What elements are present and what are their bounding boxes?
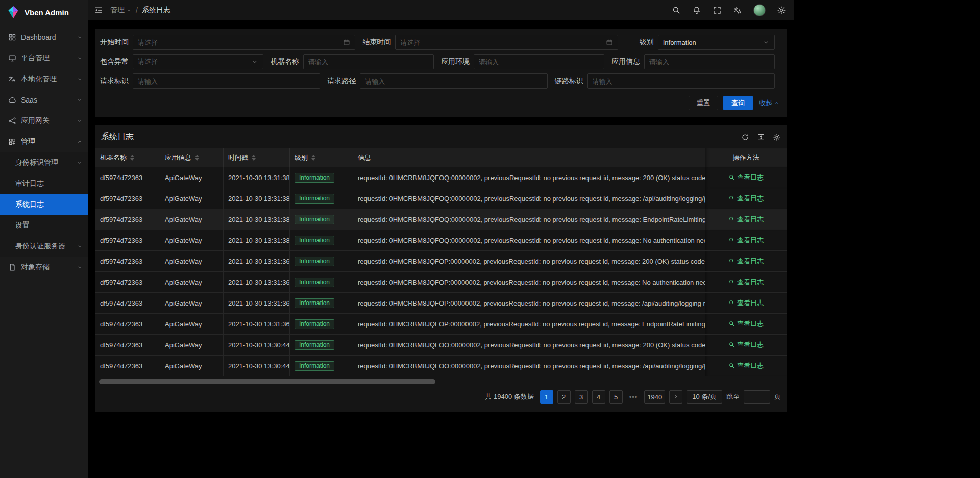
collapse-link[interactable]: 收起 [759, 98, 780, 108]
search-icon[interactable] [672, 6, 681, 15]
sidebar-item-object-storage[interactable]: 对象存储 [0, 257, 88, 278]
end-time-input[interactable] [395, 35, 618, 50]
column-header-timestamp[interactable]: 时间戳 [224, 148, 290, 167]
cell-message: requestId: 0HMCRBM8JQFOQ:00000002, previ… [353, 167, 705, 188]
view-log-link[interactable]: 查看日志 [728, 215, 764, 224]
sidebar-item-dashboard[interactable]: Dashboard [0, 27, 88, 47]
start-time-text-input[interactable] [138, 39, 340, 46]
app-env-text-input[interactable] [479, 58, 599, 66]
page-ellipsis[interactable]: ••• [627, 390, 641, 404]
view-log-label: 查看日志 [737, 319, 764, 329]
cell-action: 查看日志 [705, 209, 787, 230]
start-time-input[interactable] [133, 35, 355, 50]
cell-machine: df5974d72363 [95, 209, 160, 230]
query-button[interactable]: 查询 [723, 96, 753, 110]
app-env-input[interactable] [474, 54, 604, 69]
table-row[interactable]: df5974d72363 ApiGateWay 2021-10-30 13:31… [95, 209, 787, 230]
request-path-text-input[interactable] [365, 78, 542, 85]
breadcrumb-item-management[interactable]: 管理 [110, 6, 132, 15]
column-header-machine-name[interactable]: 机器名称 [95, 148, 160, 167]
level-select-value: Information [663, 39, 760, 46]
fullscreen-icon[interactable] [713, 6, 722, 15]
view-log-label: 查看日志 [737, 278, 764, 287]
menu-fold-icon[interactable] [94, 6, 103, 15]
request-id-text-input[interactable] [138, 78, 315, 85]
table-row[interactable]: df5974d72363 ApiGateWay 2021-10-30 13:31… [95, 188, 787, 209]
breadcrumb-current: 系统日志 [142, 6, 170, 15]
cell-action: 查看日志 [705, 272, 787, 293]
page-button-1940[interactable]: 1940 [644, 390, 665, 404]
page-size-select[interactable]: 10 条/页 [687, 390, 722, 404]
chevron-down-icon [77, 118, 83, 124]
view-log-link[interactable]: 查看日志 [728, 236, 764, 245]
view-log-link[interactable]: 查看日志 [728, 278, 764, 287]
column-header-app-info[interactable]: 应用信息 [160, 148, 224, 167]
view-log-label: 查看日志 [737, 194, 764, 203]
view-log-link[interactable]: 查看日志 [728, 340, 764, 349]
view-log-link[interactable]: 查看日志 [728, 194, 764, 203]
app-info-input[interactable] [644, 54, 775, 69]
sidebar-item-saas[interactable]: Saas [0, 89, 88, 110]
page-button-3[interactable]: 3 [575, 390, 588, 404]
notification-icon[interactable] [692, 6, 701, 15]
sidebar-item-identity-management[interactable]: 身份标识管理 [0, 152, 88, 173]
sidebar-item-audit-log[interactable]: 审计日志 [0, 173, 88, 194]
trace-id-text-input[interactable] [593, 78, 770, 85]
page-button-5[interactable]: 5 [609, 390, 623, 404]
sidebar-item-app-gateway[interactable]: 应用网关 [0, 110, 88, 131]
next-page-button[interactable] [669, 390, 682, 404]
sidebar-item-management[interactable]: 管理 [0, 131, 88, 152]
sort-icon[interactable] [195, 155, 199, 161]
app-info-text-input[interactable] [649, 58, 770, 66]
has-exception-select[interactable]: 请选择 [133, 54, 263, 69]
refresh-icon[interactable] [741, 133, 749, 141]
request-path-input[interactable] [360, 73, 547, 89]
message-text: requestId: 0HMCRBM8JQFOO:00000002, previ… [358, 341, 705, 349]
row-height-icon[interactable] [757, 133, 765, 141]
sort-icon[interactable] [311, 155, 315, 161]
sort-icon[interactable] [130, 155, 134, 161]
sidebar-item-settings[interactable]: 设置 [0, 215, 88, 236]
avatar[interactable] [753, 4, 766, 16]
column-settings-gear-icon[interactable] [773, 133, 781, 141]
page-button-4[interactable]: 4 [592, 390, 605, 404]
table-row[interactable]: df5974d72363 ApiGateWay 2021-10-30 13:31… [95, 314, 787, 335]
locale-icon[interactable] [733, 6, 742, 15]
page-button-2[interactable]: 2 [557, 390, 571, 404]
machine-name-text-input[interactable] [308, 58, 429, 66]
reset-button[interactable]: 重置 [689, 96, 718, 110]
column-header-level[interactable]: 级别 [290, 148, 353, 167]
logo[interactable]: Vben Admin [0, 0, 88, 24]
level-select[interactable]: Information [658, 35, 775, 50]
table-row[interactable]: df5974d72363 ApiGateWay 2021-10-30 13:30… [95, 356, 787, 376]
trace-id-input[interactable] [587, 73, 775, 89]
sidebar-item-identity-server[interactable]: 身份认证服务器 [0, 236, 88, 257]
view-log-link[interactable]: 查看日志 [728, 173, 764, 182]
sidebar-item-localization-management[interactable]: 本地化管理 [0, 68, 88, 89]
table-row[interactable]: df5974d72363 ApiGateWay 2021-10-30 13:30… [95, 335, 787, 356]
table-row[interactable]: df5974d72363 ApiGateWay 2021-10-30 13:31… [95, 251, 787, 272]
jump-page-input[interactable] [744, 390, 770, 404]
table-row[interactable]: df5974d72363 ApiGateWay 2021-10-30 13:31… [95, 293, 787, 314]
sort-icon[interactable] [252, 155, 256, 161]
end-time-text-input[interactable] [400, 39, 602, 46]
view-log-link[interactable]: 查看日志 [728, 361, 764, 370]
scrollbar-thumb[interactable] [99, 379, 435, 384]
machine-name-input[interactable] [303, 54, 434, 69]
view-log-link[interactable]: 查看日志 [728, 298, 764, 308]
jump-label: 跳至 [726, 392, 740, 401]
logo-icon [6, 5, 20, 19]
sidebar-item-platform-management[interactable]: 平台管理 [0, 47, 88, 68]
table-row[interactable]: df5974d72363 ApiGateWay 2021-10-30 13:31… [95, 167, 787, 188]
view-log-link[interactable]: 查看日志 [728, 319, 764, 329]
sidebar-item-system-log[interactable]: 系统日志 [0, 194, 88, 215]
gear-icon[interactable] [777, 6, 786, 15]
view-log-link[interactable]: 查看日志 [728, 257, 764, 266]
field-label: 结束时间 [362, 38, 395, 47]
horizontal-scrollbar[interactable] [98, 379, 784, 384]
page-button-1[interactable]: 1 [540, 390, 553, 404]
table-row[interactable]: df5974d72363 ApiGateWay 2021-10-30 13:31… [95, 272, 787, 293]
request-id-input[interactable] [133, 73, 320, 89]
table-row[interactable]: df5974d72363 ApiGateWay 2021-10-30 13:31… [95, 230, 787, 251]
filter-level: 级别 Information [625, 35, 782, 50]
